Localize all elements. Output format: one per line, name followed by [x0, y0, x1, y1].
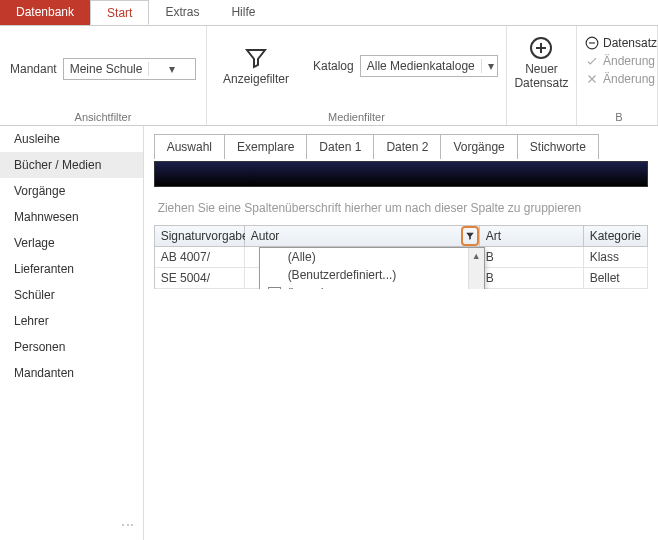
chevron-down-icon: ▾: [481, 59, 497, 73]
cell: Bellet: [584, 268, 648, 289]
autor-filter-popup: (Alle)(Benutzerdefiniert...)(Leere)(Nich…: [259, 247, 485, 289]
col-autor-label: Autor: [251, 229, 280, 243]
sidebar: AusleiheBücher / MedienVorgängeMahnwesen…: [0, 126, 144, 540]
inner-tab[interactable]: Daten 2: [373, 134, 441, 159]
filter-option-label: (Alle): [288, 250, 316, 264]
filter-button-autor[interactable]: [461, 226, 479, 246]
group-label-cut: B: [581, 107, 657, 123]
col-art[interactable]: Art: [480, 226, 584, 247]
sidebar-item[interactable]: Verlage: [0, 230, 143, 256]
katalog-combo[interactable]: Alle Medienkataloge ▾: [360, 55, 498, 77]
mandant-label: Mandant: [10, 62, 57, 76]
col-kategorie[interactable]: Kategorie: [584, 226, 648, 247]
filter-option[interactable]: (Alle): [260, 248, 484, 266]
tab-start[interactable]: Start: [90, 0, 149, 25]
sidebar-item[interactable]: Lehrer: [0, 308, 143, 334]
sidebar-item[interactable]: Mandanten: [0, 360, 143, 386]
top-tab-bar: Datenbank Start Extras Hilfe: [0, 0, 658, 26]
chevron-down-icon: ▾: [148, 62, 195, 76]
cell: SE 5004/: [155, 268, 245, 289]
cell: AB 4007/: [155, 247, 245, 268]
filter-option-label: (Benutzerdefiniert...): [288, 268, 397, 282]
ribbon-group-new: Neuer Datensatz: [507, 26, 577, 125]
inner-tab[interactable]: Exemplare: [224, 134, 307, 159]
plus-circle-icon: [529, 36, 553, 60]
cut-l1: Änderung: [603, 54, 655, 68]
minus-circle-icon: [585, 36, 599, 50]
katalog-value: Alle Medienkataloge: [361, 59, 481, 73]
new-record-button[interactable]: Neuer Datensatz: [508, 32, 574, 94]
sidebar-item[interactable]: Personen: [0, 334, 143, 360]
x-icon: [585, 72, 599, 86]
data-grid: Signaturvorgabe Autor Art Kategorie AB 4…: [154, 225, 648, 289]
check-icon: [585, 54, 599, 68]
content-area: AuswahlExemplareDaten 1Daten 2VorgängeSt…: [144, 126, 658, 540]
mandant-combo[interactable]: Meine Schule ▾: [63, 58, 196, 80]
cell: Klass: [584, 247, 648, 268]
funnel-icon: [244, 46, 268, 70]
cell: B: [480, 268, 584, 289]
sidebar-item[interactable]: Schüler: [0, 282, 143, 308]
table-header-bar: [154, 161, 648, 187]
katalog-label: Katalog: [313, 59, 354, 73]
inner-tab[interactable]: Vorgänge: [440, 134, 517, 159]
main-split: AusleiheBücher / MedienVorgängeMahnwesen…: [0, 126, 658, 540]
funnel-small-icon: [465, 231, 475, 241]
checkbox-icon: [268, 287, 281, 290]
cut-l2: Änderung: [603, 72, 655, 86]
group-label-viewfilter: Ansichtfilter: [10, 107, 196, 123]
inner-tab[interactable]: Auswahl: [154, 134, 225, 159]
col-signatur[interactable]: Signaturvorgabe: [155, 226, 245, 247]
group-label-mediafilter: Medienfilter: [217, 107, 496, 123]
sidebar-item[interactable]: Bücher / Medien: [0, 152, 143, 178]
ribbon-group-cut: Datensatz Änderung Änderung B: [577, 26, 658, 125]
filter-option[interactable]: (Benutzerdefiniert...): [260, 266, 484, 284]
cut-title: Datensatz: [603, 36, 657, 50]
sidebar-item[interactable]: Lieferanten: [0, 256, 143, 282]
sidebar-item[interactable]: Ausleihe: [0, 126, 143, 152]
mandant-value: Meine Schule: [64, 62, 149, 76]
anzeigefilter-button[interactable]: Anzeigefilter: [217, 42, 295, 90]
tab-help[interactable]: Hilfe: [215, 0, 271, 25]
filter-option[interactable]: (Leere): [260, 284, 484, 289]
anzeigefilter-label: Anzeigefilter: [223, 72, 289, 86]
inner-tabs: AuswahlExemplareDaten 1Daten 2VorgängeSt…: [144, 126, 658, 159]
filter-option-label: (Leere): [287, 286, 326, 289]
col-autor[interactable]: Autor: [245, 226, 480, 247]
sidebar-handle-icon[interactable]: ⋮: [113, 519, 143, 540]
ribbon-group-viewfilter: Mandant Meine Schule ▾ Ansichtfilter: [0, 26, 207, 125]
inner-tab[interactable]: Stichworte: [517, 134, 599, 159]
ribbon: Mandant Meine Schule ▾ Ansichtfilter Anz…: [0, 26, 658, 126]
popup-scrollbar[interactable]: [468, 248, 484, 289]
ribbon-group-mediafilter: Anzeigefilter Katalog Alle Medienkatalog…: [207, 26, 507, 125]
tab-extras[interactable]: Extras: [149, 0, 215, 25]
tab-database[interactable]: Datenbank: [0, 0, 90, 25]
new-record-label: Neuer Datensatz: [514, 62, 568, 90]
sidebar-item[interactable]: Mahnwesen: [0, 204, 143, 230]
sidebar-item[interactable]: Vorgänge: [0, 178, 143, 204]
grouping-hint: Ziehen Sie eine Spaltenüberschrift hierh…: [144, 187, 658, 225]
cell: B: [480, 247, 584, 268]
scroll-up-icon[interactable]: [469, 248, 484, 264]
inner-tab[interactable]: Daten 1: [306, 134, 374, 159]
grid-header: Signaturvorgabe Autor Art Kategorie: [155, 226, 648, 247]
